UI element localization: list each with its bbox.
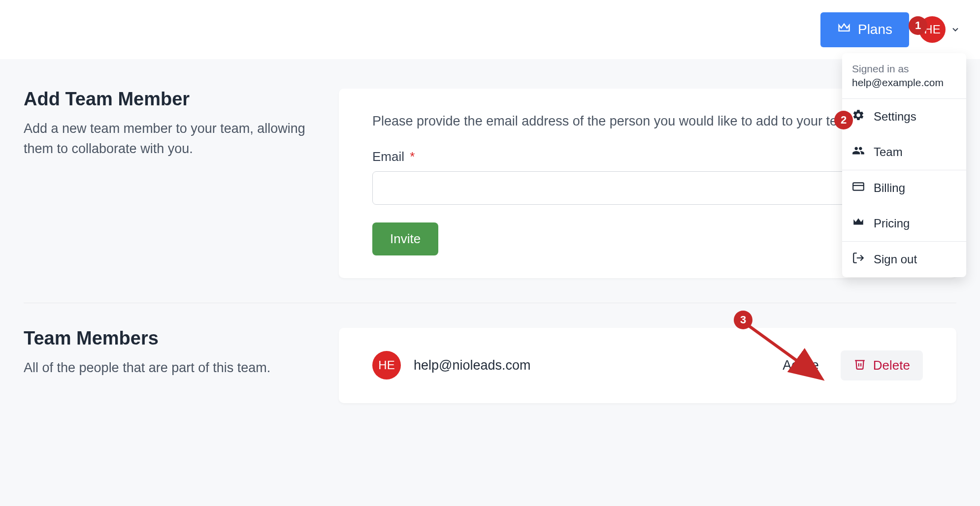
plans-button[interactable]: Plans [820,12,909,47]
signed-in-label: Signed in as [852,63,956,75]
member-status: Active [783,358,819,373]
add-member-section: Add Team Member Add a new team member to… [24,89,956,303]
svg-rect-0 [853,183,864,190]
add-member-title: Add Team Member [24,89,319,110]
member-email: help@nioleads.com [414,358,783,373]
menu-item-billing[interactable]: Billing [842,170,966,206]
topbar: Plans HE Signed in as help@example.com S… [0,0,980,59]
add-member-left: Add Team Member Add a new team member to… [24,89,319,278]
table-row: HE help@nioleads.com Active Delete [372,350,923,380]
section-divider [24,303,956,303]
email-label: Email * [372,149,923,164]
team-icon [852,144,865,160]
card-icon [852,180,865,196]
crown-icon [837,21,851,38]
menu-label: Team [874,145,903,159]
signout-icon [852,252,865,267]
email-field[interactable] [372,171,923,205]
member-avatar: HE [372,351,401,380]
menu-item-team[interactable]: Team [842,134,966,170]
annotation-badge-1: 1 [909,16,927,35]
menu-label: Sign out [874,253,917,266]
chevron-down-icon[interactable] [950,25,960,34]
delete-label: Delete [873,358,910,373]
page-content: Add Team Member Add a new team member to… [0,59,980,428]
delete-button[interactable]: Delete [841,350,923,380]
members-left: Team Members All of the people that are … [24,328,319,403]
signed-in-block: Signed in as help@example.com [842,53,966,98]
members-card: HE help@nioleads.com Active Delete [339,328,956,403]
invite-button[interactable]: Invite [372,222,438,255]
menu-label: Pricing [874,217,910,230]
signed-in-email: help@example.com [852,77,956,89]
menu-item-settings[interactable]: Settings [842,99,966,134]
menu-label: Settings [874,110,916,124]
user-dropdown: Signed in as help@example.com Settings T… [842,53,966,277]
gear-icon [852,109,865,125]
required-mark: * [410,149,415,164]
members-desc: All of the people that are part of this … [24,358,319,378]
menu-label: Billing [874,181,905,195]
add-member-desc: Add a new team member to your team, allo… [24,119,319,158]
menu-item-signout[interactable]: Sign out [842,242,966,277]
crown-icon [852,216,865,231]
trash-icon [853,357,866,374]
annotation-badge-3: 3 [734,311,752,329]
menu-item-pricing[interactable]: Pricing [842,206,966,241]
team-members-section: Team Members All of the people that are … [24,328,956,428]
plans-label: Plans [858,22,892,37]
annotation-badge-2: 2 [834,111,853,129]
members-title: Team Members [24,328,319,349]
